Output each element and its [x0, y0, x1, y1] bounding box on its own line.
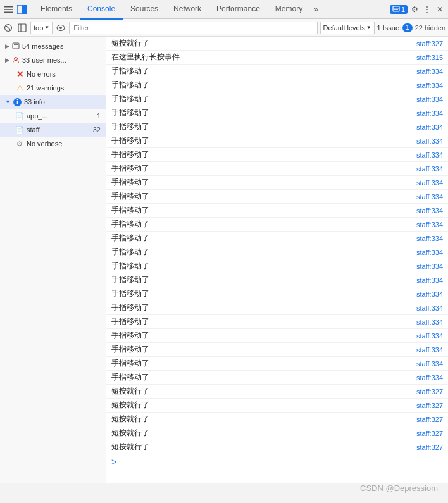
log-source-link[interactable]: staff:327: [416, 430, 443, 437]
clear-console-button[interactable]: [3, 22, 14, 34]
sidebar-item-messages[interactable]: ▶ 54 messages: [0, 39, 106, 53]
log-source-link[interactable]: staff:334: [416, 151, 443, 159]
svg-rect-2: [4, 11, 13, 13]
log-source-link[interactable]: staff:334: [416, 318, 443, 326]
hidden-count: 22 hidden: [415, 24, 445, 32]
log-source-link[interactable]: staff:334: [416, 207, 443, 214]
log-row: 短按就行了staff:327: [106, 399, 448, 413]
sidebar-item-errors[interactable]: ✕ No errors: [0, 67, 106, 81]
log-row: 手指移动了staff:334: [106, 106, 448, 120]
log-text: 手指移动了: [111, 66, 411, 77]
warnings-label: 21 warnings: [27, 84, 101, 92]
svg-point-13: [59, 27, 62, 29]
log-source-link[interactable]: staff:334: [416, 235, 443, 242]
tab-performance[interactable]: Performance: [209, 0, 268, 20]
file-icon-app: 📄: [15, 112, 24, 120]
tabs-more-button[interactable]: »: [310, 0, 322, 20]
show-sidebar-button[interactable]: [16, 22, 28, 34]
levels-chevron-icon: ▼: [366, 25, 371, 30]
log-text: 手指移动了: [111, 247, 411, 258]
log-row: 手指移动了staff:334: [106, 162, 448, 176]
messages-badge-count: 1: [401, 6, 405, 13]
default-levels-selector[interactable]: Default levels ▼: [320, 22, 375, 34]
log-text: 手指移动了: [111, 80, 411, 90]
log-text: 手指移动了: [111, 330, 411, 341]
settings-icon[interactable]: ⚙: [409, 4, 420, 15]
user-messages-label: 33 user mes...: [22, 56, 101, 64]
log-source-link[interactable]: staff:334: [416, 290, 443, 298]
sidebar-item-app[interactable]: 📄 app_... 1: [0, 109, 106, 123]
log-source-link[interactable]: staff:334: [416, 68, 443, 75]
console-toolbar: top ▼ Default levels ▼ 1 Issue: 1 22 hid…: [0, 19, 448, 37]
log-text: 手指移动了: [111, 372, 411, 383]
log-row: 手指移动了staff:334: [106, 343, 448, 357]
log-source-link[interactable]: staff:334: [416, 193, 443, 201]
console-prompt[interactable]: >: [106, 454, 448, 469]
tab-sources[interactable]: Sources: [123, 0, 166, 20]
messages-label: 54 messages: [22, 42, 101, 50]
staff-label: staff: [27, 126, 88, 134]
log-text: 手指移动了: [111, 233, 411, 244]
log-source-link[interactable]: staff:334: [416, 304, 443, 312]
log-source-link[interactable]: staff:327: [416, 402, 443, 409]
log-source-link[interactable]: staff:334: [416, 123, 443, 131]
log-row: 手指移动了staff:334: [106, 301, 448, 315]
tab-network[interactable]: Network: [166, 0, 209, 20]
log-source-link[interactable]: staff:327: [416, 40, 443, 47]
log-source-link[interactable]: staff:334: [416, 374, 443, 382]
sidebar-item-verbose[interactable]: ⚙ No verbose: [0, 137, 106, 151]
devtools-menu-icon[interactable]: [3, 4, 14, 15]
log-row: 手指移动了staff:334: [106, 315, 448, 329]
sidebar-item-info[interactable]: ▼ i 33 info: [0, 95, 106, 109]
log-source-link[interactable]: staff:327: [416, 388, 443, 395]
filter-input[interactable]: [69, 22, 317, 34]
sidebar-item-user-messages[interactable]: ▶ 33 user mes...: [0, 53, 106, 67]
top-context-label: top: [34, 24, 43, 32]
log-source-link[interactable]: staff:334: [416, 249, 443, 256]
log-source-link[interactable]: staff:327: [416, 416, 443, 423]
errors-label: No errors: [27, 70, 101, 78]
devtools-dock-icon[interactable]: [16, 4, 28, 15]
log-source-link[interactable]: staff:334: [416, 332, 443, 340]
log-row: 手指移动了staff:334: [106, 148, 448, 162]
log-source-link[interactable]: staff:334: [416, 109, 443, 117]
sidebar-item-staff[interactable]: 📄 staff 32: [0, 123, 106, 137]
log-row: 手指移动了staff:334: [106, 204, 448, 218]
log-source-link[interactable]: staff:327: [416, 444, 443, 451]
log-source-link[interactable]: staff:334: [416, 346, 443, 354]
tab-memory[interactable]: Memory: [268, 0, 310, 20]
log-row: 手指移动了staff:334: [106, 245, 448, 259]
log-row: 短按就行了staff:327: [106, 37, 448, 51]
tab-elements[interactable]: Elements: [33, 0, 80, 20]
log-row: 手指移动了staff:334: [106, 371, 448, 385]
close-devtools-icon[interactable]: ✕: [434, 4, 445, 15]
default-levels-label: Default levels: [323, 24, 365, 32]
log-source-link[interactable]: staff:334: [416, 276, 443, 284]
console-output[interactable]: 短按就行了staff:327在这里执行长按事件staff:315手指移动了sta…: [106, 37, 448, 483]
log-text: 手指移动了: [111, 344, 411, 355]
chevron-down-icon-info: ▼: [5, 99, 11, 105]
log-row: 手指移动了staff:334: [106, 65, 448, 78]
log-source-link[interactable]: staff:334: [416, 179, 443, 187]
devtools-chrome-bar: Elements Console Sources Network Perform…: [0, 0, 448, 19]
svg-point-18: [15, 58, 18, 61]
console-sidebar: ▶ 54 messages ▶ 33 user mes... ✕ No erro…: [0, 37, 106, 483]
console-messages-badge[interactable]: 1: [390, 5, 408, 14]
log-row: 手指移动了staff:334: [106, 259, 448, 273]
eye-icon[interactable]: [55, 22, 66, 34]
log-source-link[interactable]: staff:334: [416, 82, 443, 89]
log-source-link[interactable]: staff:334: [416, 360, 443, 368]
log-source-link[interactable]: staff:334: [416, 137, 443, 145]
more-options-icon[interactable]: ⋮: [421, 4, 433, 15]
tab-console[interactable]: Console: [80, 0, 123, 20]
log-source-link[interactable]: staff:315: [416, 54, 443, 61]
log-source-link[interactable]: staff:334: [416, 165, 443, 173]
issue-label: 1 Issue:: [377, 24, 402, 32]
log-source-link[interactable]: staff:334: [416, 96, 443, 103]
top-context-selector[interactable]: top ▼: [30, 22, 53, 34]
log-source-link[interactable]: staff:334: [416, 263, 443, 270]
sidebar-item-warnings[interactable]: ⚠ 21 warnings: [0, 81, 106, 95]
issue-badge[interactable]: 1 Issue: 1: [377, 23, 413, 32]
log-text: 手指移动了: [111, 316, 411, 327]
log-source-link[interactable]: staff:334: [416, 221, 443, 228]
